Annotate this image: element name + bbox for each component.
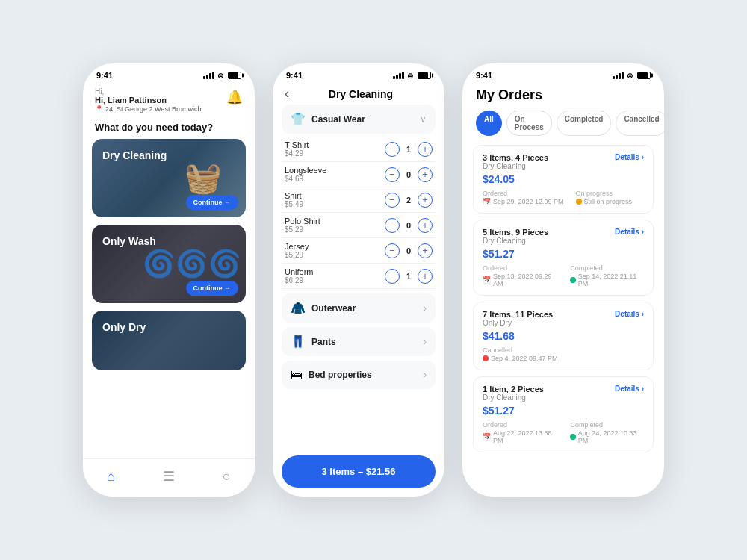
bell-icon[interactable]: 🔔 [226, 89, 243, 105]
list-item: Uniform $6.29 − 1 + [282, 264, 436, 289]
quantity-control: − 0 + [385, 167, 433, 182]
decrease-button[interactable]: − [385, 218, 400, 233]
order-status: Completed Aug 24, 2022 10.33 PM [570, 421, 644, 444]
order-subtitle: Dry Cleaning [483, 237, 548, 245]
time-3: 9:41 [476, 71, 492, 80]
dry-cleaning-card[interactable]: 🧺 Dry Cleaning Continue → [92, 139, 246, 217]
wifi-icon: ⊜ [217, 72, 223, 80]
checkout-button[interactable]: 3 Items – $21.56 [282, 455, 436, 488]
battery-icon [228, 72, 241, 79]
user-location: 📍 24, St George 2 West Bromwich [95, 105, 201, 113]
increase-button[interactable]: + [418, 193, 433, 208]
only-wash-label: Only Wash [102, 235, 156, 248]
list-item: Polo Shirt $5.29 − 0 + [282, 213, 436, 238]
phone-home: 9:41 ⊜ Hi, Hi, Liam Pattinson 📍 [83, 63, 255, 497]
status-icons-3: ⊜ [613, 72, 651, 80]
status-icons-1: ⊜ [203, 72, 241, 80]
item-name: Polo Shirt [285, 217, 320, 225]
order-subtitle: Only Dry [483, 319, 553, 327]
orders-nav-icon[interactable]: ☰ [151, 465, 187, 488]
order-card: 5 Items, 9 Pieces Dry Cleaning Details ›… [473, 220, 654, 296]
decrease-button[interactable]: − [385, 167, 400, 182]
wifi-icon-2: ⊜ [407, 72, 413, 80]
time-1: 9:41 [96, 71, 113, 80]
item-price: $5.29 [285, 225, 320, 234]
item-price: $6.29 [285, 276, 314, 284]
decrease-button[interactable]: − [385, 243, 400, 258]
wifi-icon-3: ⊜ [627, 72, 633, 80]
bed-label: Bed properties [309, 370, 372, 380]
signal-icon [203, 72, 214, 79]
pants-label: Pants [311, 337, 336, 347]
status-indicator [483, 355, 489, 361]
item-price: $4.29 [285, 149, 309, 158]
signal-icon-2 [393, 72, 404, 79]
decrease-button[interactable]: − [385, 269, 400, 284]
order-date: Ordered 📅 Sep 13, 2022 09.29 AM [483, 264, 558, 287]
chevron-right-icon-2: › [424, 337, 427, 347]
signal-icon-3 [613, 72, 624, 79]
increase-button[interactable]: + [418, 218, 433, 233]
details-button[interactable]: Details › [615, 310, 644, 318]
order-title: 1 Item, 2 Pieces [483, 385, 544, 393]
details-button[interactable]: Details › [615, 385, 644, 393]
decrease-button[interactable]: − [385, 193, 400, 208]
order-card: 3 Items, 4 Pieces Dry Cleaning Details ›… [473, 145, 654, 214]
filter-completed[interactable]: Completed [557, 111, 612, 136]
only-dry-label: Only Dry [102, 321, 146, 334]
status-indicator [570, 277, 575, 283]
order-subtitle: Dry Cleaning [483, 162, 548, 170]
order-card: 7 Items, 11 Pieces Only Dry Details › $4… [473, 302, 654, 370]
increase-button[interactable]: + [418, 142, 433, 157]
only-wash-continue-button[interactable]: Continue → [186, 281, 239, 296]
pants-header[interactable]: 👖 Pants › [282, 327, 436, 356]
filter-tabs: All On Process Completed Cancelled [462, 111, 664, 145]
calendar-icon: 📅 [483, 198, 491, 205]
order-title: 5 Items, 9 Pieces [483, 228, 548, 237]
list-item: Longsleeve $4.69 − 0 + [282, 162, 436, 187]
chevron-right-icon-3: › [424, 370, 427, 380]
casual-wear-header[interactable]: 👕 Casual Wear ∨ [282, 105, 436, 134]
item-name: Jersey [285, 242, 309, 251]
details-button[interactable]: Details › [615, 228, 644, 236]
order-price: $51.27 [483, 405, 644, 417]
increase-button[interactable]: + [418, 269, 433, 284]
chevron-right-icon: › [424, 303, 427, 314]
outerwear-header[interactable]: 🧥 Outerwear › [282, 293, 436, 323]
bed-section: 🛏 Bed properties › [282, 361, 436, 389]
item-name: Longsleeve [285, 166, 326, 175]
casual-wear-section: 👕 Casual Wear ∨ T-Shirt $4.29 − [282, 105, 436, 289]
item-name: T-Shirt [285, 140, 309, 149]
outerwear-section: 🧥 Outerwear › [282, 293, 436, 323]
filter-all[interactable]: All [476, 111, 502, 136]
battery-icon-2 [418, 72, 431, 79]
bed-header[interactable]: 🛏 Bed properties › [282, 361, 436, 389]
list-item: Jersey $5.29 − 0 + [282, 238, 436, 264]
quantity-value: 1 [404, 145, 413, 154]
calendar-icon: 📅 [483, 276, 491, 284]
order-date: Ordered 📅 Aug 22, 2022 13.58 PM [483, 421, 558, 444]
only-dry-card[interactable]: Only Dry [92, 311, 246, 370]
order-date: Cancelled Sep 4, 2022 09.47 PM [483, 346, 558, 362]
increase-button[interactable]: + [418, 243, 433, 258]
decrease-button[interactable]: − [385, 142, 400, 157]
phone-orders: 9:41 ⊜ My Orders All On Process Complete… [462, 63, 664, 497]
page-question: What do you need today? [83, 119, 255, 139]
filter-onprocess[interactable]: On Process [506, 111, 552, 136]
order-card: 1 Item, 2 Pieces Dry Cleaning Details › … [473, 376, 654, 452]
only-wash-card[interactable]: 🌀🌀🌀 Only Wash Continue → [92, 225, 246, 303]
order-title: 7 Items, 11 Pieces [483, 310, 553, 319]
item-price: $5.49 [285, 200, 303, 208]
increase-button[interactable]: + [418, 167, 433, 182]
filter-cancelled[interactable]: Cancelled [616, 111, 664, 136]
details-button[interactable]: Details › [615, 153, 644, 161]
home-nav-icon[interactable]: ⌂ [95, 466, 127, 488]
casual-wear-items: T-Shirt $4.29 − 1 + Longsleeve [282, 134, 436, 289]
bed-icon: 🛏 [291, 368, 303, 382]
dry-cleaning-continue-button[interactable]: Continue → [186, 195, 239, 210]
item-price: $5.29 [285, 251, 309, 259]
status-indicator [576, 199, 582, 205]
user-name: Hi, Liam Pattinson [95, 96, 201, 105]
profile-nav-icon[interactable]: ○ [211, 466, 243, 488]
phone-dry-cleaning: 9:41 ⊜ ‹ Dry Cleaning 👕 [273, 63, 444, 497]
